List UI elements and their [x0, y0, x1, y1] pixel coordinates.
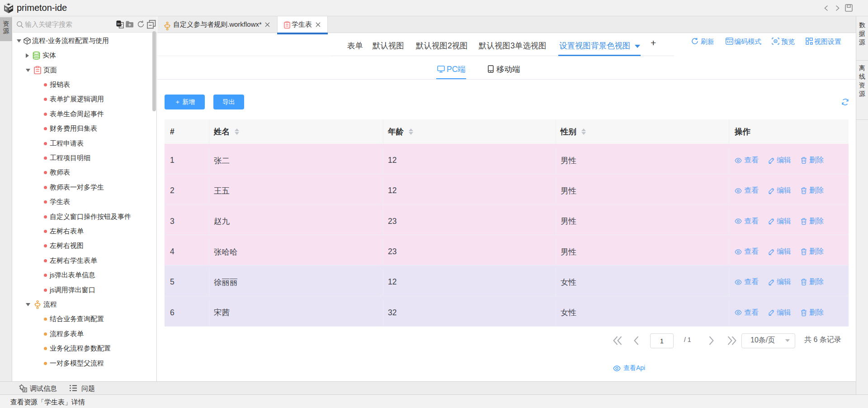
svg-text:in: in [117, 22, 120, 26]
